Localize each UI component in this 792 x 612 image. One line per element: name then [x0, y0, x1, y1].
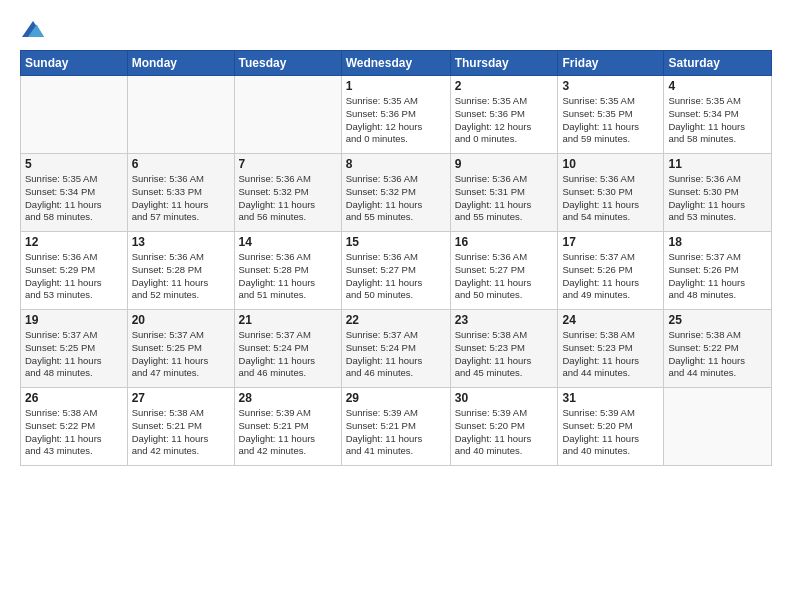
calendar-cell	[664, 388, 772, 466]
calendar-cell: 12Sunrise: 5:36 AM Sunset: 5:29 PM Dayli…	[21, 232, 128, 310]
day-info: Sunrise: 5:35 AM Sunset: 5:36 PM Dayligh…	[455, 95, 554, 146]
day-info: Sunrise: 5:37 AM Sunset: 5:24 PM Dayligh…	[346, 329, 446, 380]
day-number: 28	[239, 391, 337, 405]
day-info: Sunrise: 5:36 AM Sunset: 5:27 PM Dayligh…	[455, 251, 554, 302]
day-info: Sunrise: 5:36 AM Sunset: 5:30 PM Dayligh…	[562, 173, 659, 224]
calendar-cell: 8Sunrise: 5:36 AM Sunset: 5:32 PM Daylig…	[341, 154, 450, 232]
calendar-table: SundayMondayTuesdayWednesdayThursdayFrid…	[20, 50, 772, 466]
day-number: 31	[562, 391, 659, 405]
calendar-cell: 4Sunrise: 5:35 AM Sunset: 5:34 PM Daylig…	[664, 76, 772, 154]
day-info: Sunrise: 5:38 AM Sunset: 5:23 PM Dayligh…	[455, 329, 554, 380]
calendar-cell: 30Sunrise: 5:39 AM Sunset: 5:20 PM Dayli…	[450, 388, 558, 466]
day-number: 19	[25, 313, 123, 327]
weekday-header-sunday: Sunday	[21, 51, 128, 76]
calendar-cell: 23Sunrise: 5:38 AM Sunset: 5:23 PM Dayli…	[450, 310, 558, 388]
day-number: 29	[346, 391, 446, 405]
day-info: Sunrise: 5:35 AM Sunset: 5:35 PM Dayligh…	[562, 95, 659, 146]
day-number: 2	[455, 79, 554, 93]
calendar-cell: 21Sunrise: 5:37 AM Sunset: 5:24 PM Dayli…	[234, 310, 341, 388]
calendar-cell: 11Sunrise: 5:36 AM Sunset: 5:30 PM Dayli…	[664, 154, 772, 232]
day-number: 24	[562, 313, 659, 327]
day-number: 8	[346, 157, 446, 171]
day-info: Sunrise: 5:37 AM Sunset: 5:26 PM Dayligh…	[562, 251, 659, 302]
weekday-header-friday: Friday	[558, 51, 664, 76]
calendar-week-1: 1Sunrise: 5:35 AM Sunset: 5:36 PM Daylig…	[21, 76, 772, 154]
calendar-cell: 2Sunrise: 5:35 AM Sunset: 5:36 PM Daylig…	[450, 76, 558, 154]
day-number: 25	[668, 313, 767, 327]
calendar-cell: 15Sunrise: 5:36 AM Sunset: 5:27 PM Dayli…	[341, 232, 450, 310]
day-info: Sunrise: 5:38 AM Sunset: 5:22 PM Dayligh…	[25, 407, 123, 458]
day-info: Sunrise: 5:37 AM Sunset: 5:24 PM Dayligh…	[239, 329, 337, 380]
day-number: 7	[239, 157, 337, 171]
weekday-header-thursday: Thursday	[450, 51, 558, 76]
weekday-header-wednesday: Wednesday	[341, 51, 450, 76]
day-info: Sunrise: 5:38 AM Sunset: 5:21 PM Dayligh…	[132, 407, 230, 458]
day-info: Sunrise: 5:36 AM Sunset: 5:28 PM Dayligh…	[132, 251, 230, 302]
day-info: Sunrise: 5:36 AM Sunset: 5:29 PM Dayligh…	[25, 251, 123, 302]
day-info: Sunrise: 5:36 AM Sunset: 5:32 PM Dayligh…	[239, 173, 337, 224]
day-info: Sunrise: 5:37 AM Sunset: 5:26 PM Dayligh…	[668, 251, 767, 302]
calendar-cell: 26Sunrise: 5:38 AM Sunset: 5:22 PM Dayli…	[21, 388, 128, 466]
day-number: 11	[668, 157, 767, 171]
day-number: 16	[455, 235, 554, 249]
day-info: Sunrise: 5:39 AM Sunset: 5:21 PM Dayligh…	[346, 407, 446, 458]
day-info: Sunrise: 5:36 AM Sunset: 5:33 PM Dayligh…	[132, 173, 230, 224]
calendar-cell: 6Sunrise: 5:36 AM Sunset: 5:33 PM Daylig…	[127, 154, 234, 232]
calendar-cell: 31Sunrise: 5:39 AM Sunset: 5:20 PM Dayli…	[558, 388, 664, 466]
calendar-cell	[234, 76, 341, 154]
day-info: Sunrise: 5:39 AM Sunset: 5:21 PM Dayligh…	[239, 407, 337, 458]
day-info: Sunrise: 5:35 AM Sunset: 5:34 PM Dayligh…	[25, 173, 123, 224]
day-number: 12	[25, 235, 123, 249]
calendar-cell: 13Sunrise: 5:36 AM Sunset: 5:28 PM Dayli…	[127, 232, 234, 310]
day-number: 6	[132, 157, 230, 171]
calendar-cell: 20Sunrise: 5:37 AM Sunset: 5:25 PM Dayli…	[127, 310, 234, 388]
calendar-cell: 29Sunrise: 5:39 AM Sunset: 5:21 PM Dayli…	[341, 388, 450, 466]
calendar-cell: 7Sunrise: 5:36 AM Sunset: 5:32 PM Daylig…	[234, 154, 341, 232]
weekday-header-monday: Monday	[127, 51, 234, 76]
day-number: 9	[455, 157, 554, 171]
calendar-header-row: SundayMondayTuesdayWednesdayThursdayFrid…	[21, 51, 772, 76]
calendar-week-4: 19Sunrise: 5:37 AM Sunset: 5:25 PM Dayli…	[21, 310, 772, 388]
day-number: 1	[346, 79, 446, 93]
calendar-cell: 27Sunrise: 5:38 AM Sunset: 5:21 PM Dayli…	[127, 388, 234, 466]
day-number: 27	[132, 391, 230, 405]
day-info: Sunrise: 5:39 AM Sunset: 5:20 PM Dayligh…	[562, 407, 659, 458]
calendar-cell: 25Sunrise: 5:38 AM Sunset: 5:22 PM Dayli…	[664, 310, 772, 388]
day-info: Sunrise: 5:38 AM Sunset: 5:23 PM Dayligh…	[562, 329, 659, 380]
calendar-cell: 28Sunrise: 5:39 AM Sunset: 5:21 PM Dayli…	[234, 388, 341, 466]
day-info: Sunrise: 5:37 AM Sunset: 5:25 PM Dayligh…	[25, 329, 123, 380]
day-info: Sunrise: 5:35 AM Sunset: 5:36 PM Dayligh…	[346, 95, 446, 146]
day-number: 20	[132, 313, 230, 327]
day-number: 5	[25, 157, 123, 171]
day-number: 15	[346, 235, 446, 249]
calendar-cell: 14Sunrise: 5:36 AM Sunset: 5:28 PM Dayli…	[234, 232, 341, 310]
calendar-cell: 3Sunrise: 5:35 AM Sunset: 5:35 PM Daylig…	[558, 76, 664, 154]
header	[20, 18, 772, 40]
calendar-week-2: 5Sunrise: 5:35 AM Sunset: 5:34 PM Daylig…	[21, 154, 772, 232]
day-info: Sunrise: 5:38 AM Sunset: 5:22 PM Dayligh…	[668, 329, 767, 380]
day-number: 30	[455, 391, 554, 405]
day-info: Sunrise: 5:39 AM Sunset: 5:20 PM Dayligh…	[455, 407, 554, 458]
day-info: Sunrise: 5:36 AM Sunset: 5:32 PM Dayligh…	[346, 173, 446, 224]
calendar-cell: 18Sunrise: 5:37 AM Sunset: 5:26 PM Dayli…	[664, 232, 772, 310]
calendar-cell: 22Sunrise: 5:37 AM Sunset: 5:24 PM Dayli…	[341, 310, 450, 388]
calendar-cell: 17Sunrise: 5:37 AM Sunset: 5:26 PM Dayli…	[558, 232, 664, 310]
day-number: 22	[346, 313, 446, 327]
calendar-cell: 16Sunrise: 5:36 AM Sunset: 5:27 PM Dayli…	[450, 232, 558, 310]
logo	[20, 18, 44, 40]
day-info: Sunrise: 5:36 AM Sunset: 5:30 PM Dayligh…	[668, 173, 767, 224]
day-info: Sunrise: 5:36 AM Sunset: 5:27 PM Dayligh…	[346, 251, 446, 302]
day-number: 14	[239, 235, 337, 249]
calendar-cell: 9Sunrise: 5:36 AM Sunset: 5:31 PM Daylig…	[450, 154, 558, 232]
calendar-cell: 19Sunrise: 5:37 AM Sunset: 5:25 PM Dayli…	[21, 310, 128, 388]
day-number: 18	[668, 235, 767, 249]
day-number: 23	[455, 313, 554, 327]
day-number: 17	[562, 235, 659, 249]
calendar-cell: 24Sunrise: 5:38 AM Sunset: 5:23 PM Dayli…	[558, 310, 664, 388]
calendar-cell: 10Sunrise: 5:36 AM Sunset: 5:30 PM Dayli…	[558, 154, 664, 232]
calendar-cell	[21, 76, 128, 154]
calendar-cell: 5Sunrise: 5:35 AM Sunset: 5:34 PM Daylig…	[21, 154, 128, 232]
page: SundayMondayTuesdayWednesdayThursdayFrid…	[0, 0, 792, 476]
day-info: Sunrise: 5:36 AM Sunset: 5:28 PM Dayligh…	[239, 251, 337, 302]
day-number: 13	[132, 235, 230, 249]
